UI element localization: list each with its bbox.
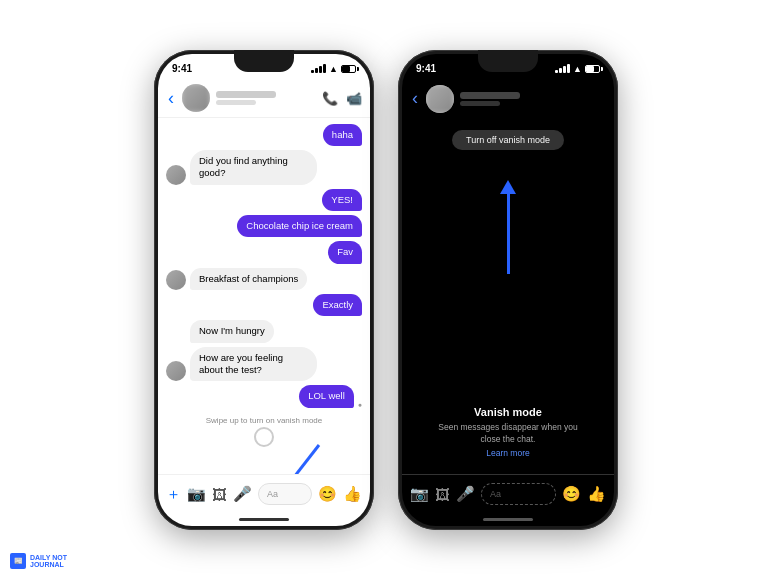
message-bubble: YES!	[322, 189, 362, 211]
wifi-icon: ▲	[329, 64, 338, 74]
chat-header-right: ‹	[402, 80, 614, 118]
watermark-line1: DAILY NOT	[30, 554, 67, 561]
message-bubble: Breakfast of champions	[190, 268, 307, 290]
arrow-area-left	[166, 455, 362, 468]
watermark: 📰 DAILY NOT JOURNAL	[10, 553, 67, 569]
camera-icon[interactable]: 📷	[187, 485, 206, 503]
status-time-left: 9:41	[172, 63, 192, 74]
message-bubble: Now I'm hungry	[190, 320, 274, 342]
signal-icon	[311, 64, 326, 73]
watermark-line2: JOURNAL	[30, 561, 67, 568]
arrow-head	[500, 180, 516, 194]
message-bubble: Chocolate chip ice cream	[237, 215, 362, 237]
emoji-icon-right[interactable]: 😊	[562, 485, 581, 503]
phone-call-icon[interactable]: 📞	[322, 91, 338, 106]
message-row: Now I'm hungry	[166, 320, 362, 342]
watermark-icon: 📰	[10, 553, 26, 569]
left-screen: 9:41 ▲ ‹	[158, 54, 370, 526]
header-action-icons: 📞 📹	[322, 91, 362, 106]
vanish-hint-text: Swipe up to turn on vanish mode	[206, 416, 323, 425]
battery-icon-right	[585, 65, 600, 73]
signal-icon-right	[555, 64, 570, 73]
emoji-icon[interactable]: 😊	[318, 485, 337, 503]
learn-more-link[interactable]: Learn more	[486, 448, 529, 458]
video-call-icon[interactable]: 📹	[346, 91, 362, 106]
gallery-icon-right[interactable]: 🖼	[435, 486, 450, 503]
message-bubble: How are you feeling about the test?	[190, 347, 317, 382]
back-button-right[interactable]: ‹	[410, 88, 420, 109]
toolbar-left: ＋ 📷 🖼 🎤 Aa 😊 👍	[158, 474, 370, 514]
message-row: Exactly	[166, 294, 362, 316]
right-screen: 9:41 ▲ ‹	[402, 54, 614, 526]
message-row: haha	[166, 124, 362, 146]
left-phone: 9:41 ▲ ‹	[154, 50, 374, 530]
thumbsup-icon-right[interactable]: 👍	[587, 485, 606, 503]
message-bubble: Did you find anything good?	[190, 150, 317, 185]
watermark-text: DAILY NOT JOURNAL	[30, 554, 67, 568]
home-indicator-right	[402, 514, 614, 526]
arrow-area-right	[402, 150, 614, 304]
contact-status-left	[216, 100, 256, 105]
notch-right	[478, 50, 538, 72]
message-bubble: haha	[323, 124, 362, 146]
thumbsup-icon[interactable]: 👍	[343, 485, 362, 503]
messages-area-left: haha Did you find anything good? YES! Ch…	[158, 118, 370, 474]
message-bubble: LOL well	[299, 385, 354, 407]
input-placeholder-right: Aa	[490, 489, 501, 499]
message-row: LOL well ●	[166, 385, 362, 407]
wifi-icon-right: ▲	[573, 64, 582, 74]
home-indicator-left	[158, 514, 370, 526]
svg-line-0	[284, 445, 319, 474]
home-bar-right	[483, 518, 533, 521]
message-row: Chocolate chip ice cream	[166, 215, 362, 237]
home-bar	[239, 518, 289, 521]
mic-icon[interactable]: 🎤	[233, 485, 252, 503]
message-bubble: Fav	[328, 241, 362, 263]
back-button-left[interactable]: ‹	[166, 88, 176, 109]
vanish-mode-title: Vanish mode	[474, 406, 542, 418]
status-icons-left: ▲	[311, 64, 356, 74]
chat-header-left: ‹ 📞 📹	[158, 80, 370, 118]
turn-off-container: Turn off vanish mode	[402, 118, 614, 150]
sender-avatar	[166, 361, 186, 381]
message-row: Breakfast of champions	[166, 268, 362, 290]
message-row: Fav	[166, 241, 362, 263]
blue-arrow-up	[500, 180, 516, 274]
turn-off-vanish-button[interactable]: Turn off vanish mode	[452, 130, 564, 150]
message-row: How are you feeling about the test?	[166, 347, 362, 382]
right-phone: 9:41 ▲ ‹	[398, 50, 618, 530]
vanish-mode-section: Vanish mode Seen messages disappear when…	[402, 304, 614, 474]
contact-name-right	[460, 92, 520, 99]
input-placeholder: Aa	[267, 489, 278, 499]
toolbar-right: 📷 🖼 🎤 Aa 😊 👍	[402, 474, 614, 514]
seen-checkmark: ●	[358, 401, 362, 408]
message-row: YES!	[166, 189, 362, 211]
sender-avatar	[166, 270, 186, 290]
camera-icon-right[interactable]: 📷	[410, 485, 429, 503]
plus-icon[interactable]: ＋	[166, 485, 181, 504]
message-input-right[interactable]: Aa	[481, 483, 556, 505]
sender-avatar	[166, 165, 186, 185]
gallery-icon[interactable]: 🖼	[212, 486, 227, 503]
battery-icon	[341, 65, 356, 73]
message-row: Did you find anything good?	[166, 150, 362, 185]
status-icons-right: ▲	[555, 64, 600, 74]
arrow-line	[507, 194, 510, 274]
status-time-right: 9:41	[416, 63, 436, 74]
notch	[234, 50, 294, 72]
blue-arrow-left	[264, 435, 344, 474]
vanish-mode-description: Seen messages disappear when you close t…	[438, 422, 578, 446]
message-input[interactable]: Aa	[258, 483, 312, 505]
message-bubble: Exactly	[313, 294, 362, 316]
contact-info-left	[216, 91, 316, 105]
contact-avatar-left	[182, 84, 210, 112]
contact-info-right	[460, 92, 606, 106]
mic-icon-right[interactable]: 🎤	[456, 485, 475, 503]
contact-name-left	[216, 91, 276, 98]
contact-avatar-right	[426, 85, 454, 113]
contact-status-right	[460, 101, 500, 106]
